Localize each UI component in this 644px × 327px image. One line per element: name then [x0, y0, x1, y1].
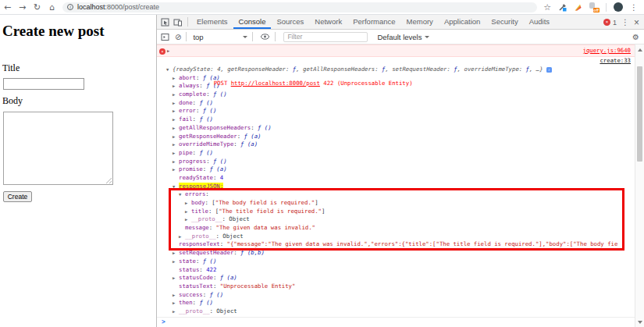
- body-field[interactable]: [3, 112, 113, 185]
- expand-arrow-icon[interactable]: ▶: [173, 124, 179, 133]
- token-fn: ƒ (b,b): [240, 249, 265, 256]
- profile-avatar[interactable]: [614, 2, 623, 12]
- tab-elements[interactable]: Elements: [191, 15, 233, 29]
- back-icon[interactable]: ←: [0, 0, 15, 15]
- expand-arrow-icon[interactable]: ▶: [173, 249, 179, 258]
- console-toolbar: ⊘ top Default levels ⚙: [157, 30, 644, 44]
- tab-security[interactable]: Security: [486, 15, 523, 29]
- log-levels-selector[interactable]: Default levels: [377, 33, 429, 41]
- chevron-down-icon: [425, 36, 429, 41]
- tree-row: ▶getResponseHeader: ƒ (a): [157, 133, 635, 141]
- expand-arrow-icon[interactable]: ▶: [173, 165, 179, 174]
- title-label: Title: [2, 62, 20, 74]
- create-button[interactable]: Create: [3, 191, 32, 202]
- address-bar[interactable]: i localhost:8000/post/create: [62, 2, 537, 12]
- error-status: 422 (Unprocessable Entity): [320, 80, 413, 87]
- token-pv: , getResponseHeader:: [221, 66, 293, 73]
- clear-console-icon[interactable]: ⊘: [175, 33, 181, 41]
- expand-arrow-icon[interactable]: ▶: [173, 307, 179, 316]
- browser-menu-icon[interactable]: ⋮: [630, 3, 638, 12]
- devtools-close-icon[interactable]: ×: [634, 18, 639, 27]
- content-area: Create new post Title Body Create Elemen: [0, 15, 644, 327]
- expand-arrow-icon[interactable]: ▶: [173, 299, 179, 307]
- title-field[interactable]: [3, 78, 84, 90]
- url-path: :8000/post/create: [105, 3, 160, 11]
- scrollbar-thumb[interactable]: [637, 66, 642, 162]
- token-pv: , getAllResponseHeaders:: [296, 66, 382, 73]
- site-info-icon[interactable]: i: [67, 4, 73, 10]
- token-plain: :: [203, 165, 210, 172]
- tree-row: statusText: "Unprocessable Entity": [157, 283, 635, 291]
- body-label: Body: [2, 95, 23, 107]
- token-str: "The body field is required.": [215, 199, 315, 206]
- tab-audits[interactable]: Audits: [524, 15, 555, 29]
- home-icon[interactable]: ⌂: [44, 0, 59, 15]
- expand-arrow-icon[interactable]: ▼: [179, 190, 185, 199]
- inspect-element-icon[interactable]: [161, 18, 169, 27]
- expand-arrow-icon[interactable]: ▶: [185, 199, 191, 208]
- token-fn: ƒ (a): [210, 165, 227, 172]
- expand-arrow-icon[interactable]: ▶: [179, 233, 185, 241]
- expand-arrow-icon[interactable]: ▶: [173, 140, 179, 149]
- log-source-link[interactable]: create:33: [600, 57, 631, 64]
- tabbar-right: × 1 ⋮ ×: [603, 15, 639, 30]
- expand-arrow-icon[interactable]: ▶: [173, 149, 179, 158]
- token-hl: responseJSON:: [179, 183, 223, 190]
- expand-arrow-icon[interactable]: ▶: [185, 215, 191, 224]
- tab-application[interactable]: Application: [439, 15, 486, 29]
- device-toolbar-icon[interactable]: [173, 18, 183, 27]
- token-plain: :: [213, 174, 220, 181]
- error-count: 1: [613, 19, 617, 27]
- devtools-tabs: ElementsConsoleSourcesNetworkPerformance…: [191, 15, 555, 30]
- expand-arrow-icon[interactable]: ▶: [173, 133, 179, 141]
- token-plain: : Object: [216, 233, 244, 240]
- devtools-menu-icon[interactable]: ⋮: [621, 18, 629, 27]
- scroll-down-icon[interactable]: [635, 318, 644, 326]
- token-plain: :: [205, 190, 208, 197]
- expand-arrow-icon[interactable]: ▶: [185, 208, 191, 216]
- token-plain: :: [196, 258, 203, 265]
- forward-icon[interactable]: →: [15, 0, 30, 15]
- filter-input[interactable]: [283, 32, 368, 42]
- scroll-up-icon[interactable]: [635, 45, 644, 54]
- token-num: 4: [220, 174, 223, 181]
- token-key: getResponseHeader: [179, 133, 237, 140]
- expand-arrow-icon[interactable]: ▶: [173, 116, 179, 124]
- toolbar-right: ☆ off ⋮: [543, 2, 644, 12]
- console-error-entry: × ▶ POST http://localhost:8000/post 422 …: [157, 44, 635, 57]
- token-key: getAllResponseHeaders: [179, 124, 251, 131]
- expand-arrow-icon[interactable]: ▶: [173, 274, 179, 283]
- colorpicker-extension-icon[interactable]: [574, 3, 582, 12]
- expand-arrow-icon[interactable]: ▼: [173, 183, 179, 191]
- live-expression-eye-icon[interactable]: [260, 33, 270, 41]
- tab-sources[interactable]: Sources: [271, 15, 309, 29]
- context-selector[interactable]: top: [193, 33, 247, 41]
- settings-gear-icon[interactable]: ⚙: [632, 33, 639, 41]
- error-badge-icon[interactable]: ×: [603, 19, 610, 26]
- tree-row: ▼responseJSON:: [157, 183, 635, 191]
- expand-arrow-icon[interactable]: ▶: [167, 45, 169, 56]
- expand-arrow-icon[interactable]: ▶: [173, 291, 179, 300]
- expand-arrow-icon[interactable]: ▶: [173, 258, 179, 266]
- token-fn: ƒ (): [199, 116, 213, 123]
- tree-row: ▶complete: ƒ (): [157, 91, 635, 99]
- info-icon[interactable]: i: [546, 67, 552, 73]
- console-scrollbar[interactable]: [635, 44, 644, 327]
- tab-network[interactable]: Network: [309, 15, 347, 29]
- tree-row: ▶statusCode: ƒ (a): [157, 274, 635, 283]
- eyedropper-extension-icon[interactable]: [558, 3, 567, 12]
- bookmark-star-icon[interactable]: ☆: [543, 2, 551, 12]
- expand-arrow-icon[interactable]: ▼: [166, 66, 173, 74]
- console-sidebar-icon[interactable]: [161, 33, 169, 41]
- tab-performance[interactable]: Performance: [347, 15, 400, 29]
- expand-arrow-icon[interactable]: ▶: [173, 158, 179, 166]
- tab-console[interactable]: Console: [233, 15, 272, 29]
- console-prompt[interactable]: >: [157, 317, 635, 327]
- error-source-link[interactable]: jquery.js:9640: [582, 45, 631, 56]
- tree-row: readyState: 4: [157, 174, 635, 183]
- off-extension-icon[interactable]: off: [589, 2, 599, 12]
- reload-icon[interactable]: ↻: [30, 0, 44, 15]
- error-url-link[interactable]: http://localhost:8000/post: [231, 80, 320, 87]
- token-key: pipe: [179, 149, 193, 156]
- tab-memory[interactable]: Memory: [401, 15, 439, 29]
